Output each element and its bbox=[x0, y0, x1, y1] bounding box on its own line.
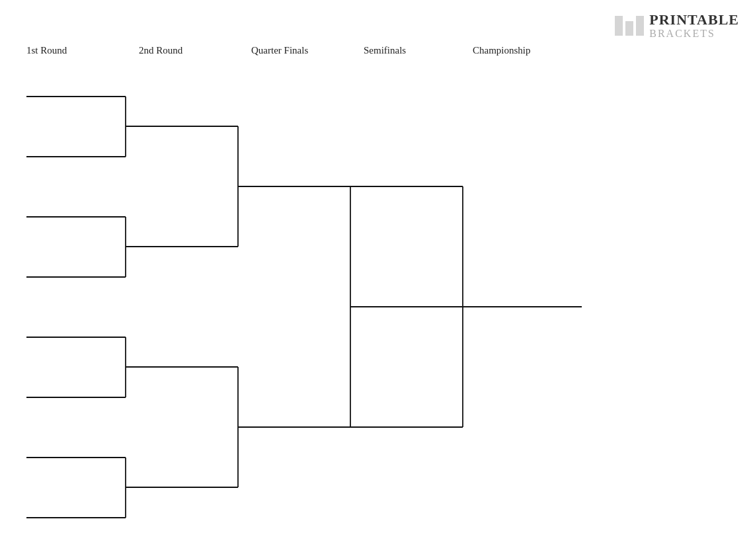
round-headers: 1st Round 2nd Round Quarter Finals Semif… bbox=[26, 45, 621, 56]
logo-icon bbox=[615, 16, 644, 36]
logo-top: PRINTABLE bbox=[649, 12, 739, 28]
logo-bottom: BRACKETS bbox=[649, 28, 739, 40]
bracket-main bbox=[13, 66, 707, 549]
round-2-header: 2nd Round bbox=[139, 45, 251, 56]
round-1-header: 1st Round bbox=[26, 45, 139, 56]
logo-text: PRINTABLE BRACKETS bbox=[649, 12, 739, 40]
round-5-header: Championship bbox=[473, 45, 582, 56]
logo: PRINTABLE BRACKETS bbox=[615, 12, 739, 40]
round-4-header: Semifinals bbox=[364, 45, 473, 56]
round-3-header: Quarter Finals bbox=[251, 45, 364, 56]
